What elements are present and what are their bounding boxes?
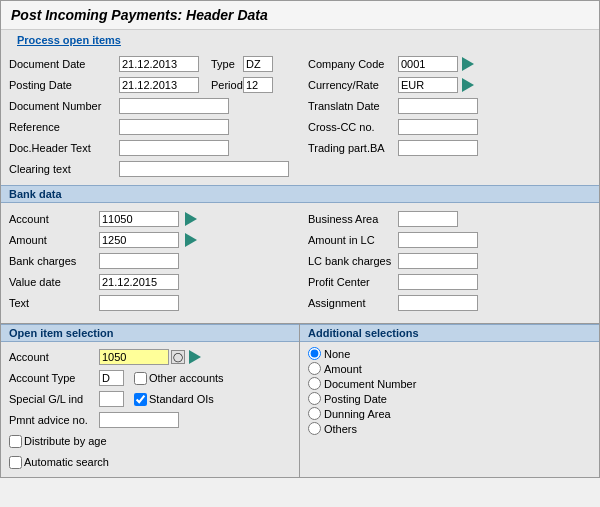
bank-text-input[interactable] (99, 295, 179, 311)
profit-center-label: Profit Center (308, 276, 398, 288)
oi-distribute-row: Distribute by age (9, 432, 291, 450)
bank-account-input[interactable] (99, 211, 179, 227)
reference-label: Reference (9, 121, 119, 133)
period-label: Period (211, 79, 243, 91)
assignment-label: Assignment (308, 297, 398, 309)
row-document-number: Document Number Translatn Date (9, 97, 591, 115)
page-title: Post Incoming Payments: Header Data (1, 1, 599, 30)
cross-cc-label: Cross-CC no. (308, 121, 398, 133)
oi-account-input[interactable] (99, 349, 169, 365)
distribute-label[interactable]: Distribute by age (9, 435, 107, 448)
additional-form: None Amount Document Number Posting Date… (300, 342, 599, 440)
oi-account-type-input[interactable] (99, 370, 124, 386)
row-document-date: Document Date Type Company Code (9, 55, 591, 73)
radio-none[interactable]: None (308, 347, 591, 360)
radio-posting-date-input[interactable] (308, 392, 321, 405)
other-accounts-checkbox[interactable] (134, 372, 147, 385)
radio-dunning-area[interactable]: Dunning Area (308, 407, 591, 420)
row-bank-charges: Bank charges LC bank charges (9, 252, 591, 270)
trading-part-label: Trading part.BA (308, 142, 398, 154)
doc-header-input[interactable] (119, 140, 229, 156)
amount-lc-input[interactable] (398, 232, 478, 248)
header-form: Document Date Type Company Code Posting … (1, 50, 599, 183)
document-number-label: Document Number (9, 100, 119, 112)
trading-part-input[interactable] (398, 140, 478, 156)
oi-automatic-row: Automatic search (9, 453, 291, 471)
translatn-date-label: Translatn Date (308, 100, 398, 112)
oi-account-arrow (189, 350, 201, 364)
amount-arrow (185, 233, 197, 247)
business-area-label: Business Area (308, 213, 398, 225)
main-container: Post Incoming Payments: Header Data Proc… (0, 0, 600, 478)
radio-none-input[interactable] (308, 347, 321, 360)
row-bank-text: Text Assignment (9, 294, 591, 312)
open-item-form: Account ◯ Account Type Other accounts (1, 342, 299, 477)
period-input[interactable] (243, 77, 273, 93)
amount-lc-label: Amount in LC (308, 234, 398, 246)
additional-section-bar: Additional selections (300, 324, 599, 342)
radio-others[interactable]: Others (308, 422, 591, 435)
document-date-label: Document Date (9, 58, 119, 70)
doc-header-label: Doc.Header Text (9, 142, 119, 154)
reference-input[interactable] (119, 119, 229, 135)
company-code-label: Company Code (308, 58, 398, 70)
row-amount: Amount Amount in LC (9, 231, 591, 249)
clearing-text-input[interactable] (119, 161, 289, 177)
company-code-input[interactable] (398, 56, 458, 72)
radio-amount-input[interactable] (308, 362, 321, 375)
oi-account-label: Account (9, 351, 99, 363)
standard-ois-checkbox[interactable] (134, 393, 147, 406)
bank-charges-input[interactable] (99, 253, 179, 269)
oi-account-btn[interactable]: ◯ (171, 350, 185, 364)
oi-special-gl-row: Special G/L ind Standard OIs (9, 390, 291, 408)
value-date-input[interactable] (99, 274, 179, 290)
oi-pmnt-advice-row: Pmnt advice no. (9, 411, 291, 429)
lc-bank-charges-label: LC bank charges (308, 255, 398, 267)
bank-account-label: Account (9, 213, 99, 225)
radio-document-number[interactable]: Document Number (308, 377, 591, 390)
radio-others-input[interactable] (308, 422, 321, 435)
business-area-input[interactable] (398, 211, 458, 227)
radio-document-number-input[interactable] (308, 377, 321, 390)
row-posting-date: Posting Date Period Currency/Rate (9, 76, 591, 94)
special-gl-label: Special G/L ind (9, 393, 99, 405)
document-date-input[interactable] (119, 56, 199, 72)
radio-posting-date[interactable]: Posting Date (308, 392, 591, 405)
translatn-date-input[interactable] (398, 98, 478, 114)
process-open-items-link[interactable]: Process open items (9, 30, 129, 48)
profit-center-input[interactable] (398, 274, 478, 290)
posting-date-label: Posting Date (9, 79, 119, 91)
type-input[interactable] (243, 56, 273, 72)
radio-amount[interactable]: Amount (308, 362, 591, 375)
document-number-input[interactable] (119, 98, 229, 114)
automatic-checkbox[interactable] (9, 456, 22, 469)
row-value-date: Value date Profit Center (9, 273, 591, 291)
value-date-label: Value date (9, 276, 99, 288)
currency-rate-input[interactable] (398, 77, 458, 93)
bottom-sections: Open item selection Account ◯ Account Ty… (1, 323, 599, 477)
posting-date-input[interactable] (119, 77, 199, 93)
oi-account-type-row: Account Type Other accounts (9, 369, 291, 387)
bank-data-form: Account Business Area Amount Amount in L… (1, 205, 599, 317)
amount-label: Amount (9, 234, 99, 246)
standard-ois-label[interactable]: Standard OIs (134, 393, 214, 406)
bank-charges-label: Bank charges (9, 255, 99, 267)
special-gl-input[interactable] (99, 391, 124, 407)
lc-bank-charges-input[interactable] (398, 253, 478, 269)
other-accounts-label[interactable]: Other accounts (134, 372, 224, 385)
open-item-section-bar: Open item selection (1, 324, 299, 342)
clearing-text-label: Clearing text (9, 163, 119, 175)
pmnt-advice-input[interactable] (99, 412, 179, 428)
open-item-section: Open item selection Account ◯ Account Ty… (1, 324, 300, 477)
amount-input[interactable] (99, 232, 179, 248)
distribute-checkbox[interactable] (9, 435, 22, 448)
assignment-input[interactable] (398, 295, 478, 311)
row-reference: Reference Cross-CC no. (9, 118, 591, 136)
cross-cc-input[interactable] (398, 119, 478, 135)
radio-dunning-area-input[interactable] (308, 407, 321, 420)
automatic-label[interactable]: Automatic search (9, 456, 109, 469)
currency-arrow (462, 78, 474, 92)
additional-section: Additional selections None Amount Docume… (300, 324, 599, 477)
type-label: Type (211, 58, 243, 70)
currency-rate-label: Currency/Rate (308, 79, 398, 91)
